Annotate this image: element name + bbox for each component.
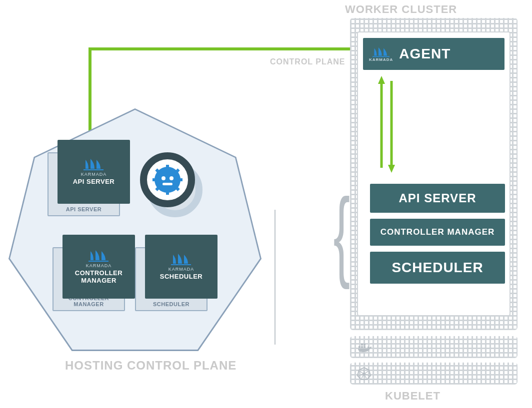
svg-rect-5 xyxy=(166,190,169,195)
karmada-logo: KARMADA xyxy=(86,249,112,268)
docker-strip xyxy=(350,336,518,358)
karmada-sails-icon xyxy=(88,249,110,262)
karmada-controller-manager-box: KARMADA CONTROLLERMANAGER xyxy=(62,235,135,299)
worker-controller-manager-box: CONTROLLER MANAGER xyxy=(370,219,505,246)
caption-kubelet: KUBELET xyxy=(385,390,440,403)
worker-controller-manager-label: CONTROLLER MANAGER xyxy=(380,227,495,237)
karmada-mini-logo: KARMADA xyxy=(369,46,393,62)
svg-line-31 xyxy=(360,371,364,374)
scheduler-shadow-label: SCHEDULER xyxy=(153,301,190,307)
svg-point-1 xyxy=(162,176,166,180)
caption-worker-cluster: WORKER CLUSTER xyxy=(345,3,457,16)
brace-icon: { xyxy=(334,184,350,284)
svg-rect-21 xyxy=(361,344,363,346)
karmada-logo-text: KARMADA xyxy=(81,172,107,177)
kubernetes-strip xyxy=(350,363,518,385)
worker-api-server-label: API SERVER xyxy=(399,191,476,205)
karmada-scheduler-box: KARMADA SCHEDULER xyxy=(145,235,218,299)
agent-box: KARMADA AGENT xyxy=(363,38,504,70)
worker-scheduler-box: SCHEDULER xyxy=(370,252,505,284)
svg-point-2 xyxy=(170,176,174,180)
architecture-diagram: WORKER CLUSTER API SERVER CONTROLLERMANA… xyxy=(0,0,532,408)
worker-scheduler-label: SCHEDULER xyxy=(392,260,483,276)
svg-rect-6 xyxy=(152,178,158,181)
kubernetes-wheel-icon xyxy=(357,367,371,381)
docker-whale-icon xyxy=(357,341,372,353)
karmada-scheduler-label: SCHEDULER xyxy=(160,273,202,280)
gear-badge xyxy=(140,152,195,207)
svg-rect-3 xyxy=(162,183,172,185)
worker-api-server-box: API SERVER xyxy=(370,184,505,213)
karmada-mini-text: KARMADA xyxy=(369,57,393,62)
arrowhead-up-icon xyxy=(378,76,385,84)
svg-rect-18 xyxy=(358,346,360,348)
karmada-api-server-box: KARMADA API SERVER xyxy=(58,140,130,204)
left-bracket-line xyxy=(265,210,285,350)
karmada-sails-icon xyxy=(170,253,192,266)
karmada-api-server-label: API SERVER xyxy=(73,178,115,185)
svg-rect-20 xyxy=(364,346,366,348)
api-server-shadow-label: API SERVER xyxy=(66,206,102,212)
gear-robot-icon xyxy=(152,165,182,195)
svg-line-26 xyxy=(364,371,368,374)
caption-hosting-control-plane: HOSTING CONTROL PLANE xyxy=(65,359,236,373)
caption-control-plane: CONTROL PLANE xyxy=(270,57,345,66)
arrowhead-down-icon xyxy=(388,165,395,173)
connector-agent-apiserver xyxy=(374,73,404,183)
karmada-logo-text: KARMADA xyxy=(86,263,112,268)
karmada-logo: KARMADA xyxy=(81,158,107,177)
svg-rect-4 xyxy=(166,165,169,170)
agent-label: AGENT xyxy=(399,46,450,62)
svg-rect-22 xyxy=(364,344,366,346)
karmada-sails-icon xyxy=(82,158,104,171)
svg-rect-19 xyxy=(361,346,363,348)
svg-rect-7 xyxy=(178,178,182,181)
karmada-logo: KARMADA xyxy=(168,253,194,272)
karmada-controller-manager-label: CONTROLLERMANAGER xyxy=(75,270,122,284)
karmada-logo-text: KARMADA xyxy=(168,267,194,272)
karmada-sails-icon xyxy=(371,46,391,57)
